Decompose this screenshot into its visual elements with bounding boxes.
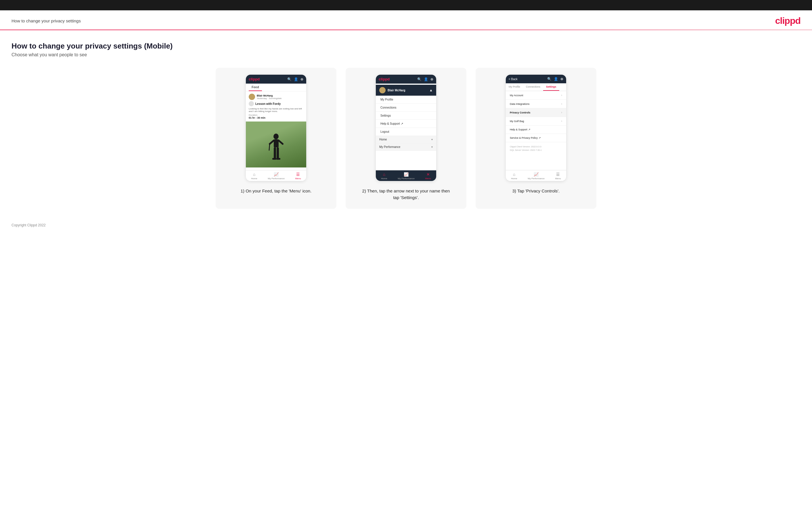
p2-bottom-nav: ⌂ Home 📈 My Performance ✕ Menu (376, 170, 436, 181)
p1-bottom-nav: ⌂ Home 📈 My Performance ☰ Menu (246, 170, 306, 181)
p2-nav-icons: 🔍 👤 ⊕ (417, 77, 433, 81)
menu-label: Menu (555, 177, 561, 180)
settings-list: My Account › Data Integrations › Privacy… (506, 91, 566, 142)
feed-tab: Feed (249, 83, 262, 91)
menu-item-myprofile[interactable]: My Profile (376, 96, 436, 104)
step-1-description: 1) On your Feed, tap the 'Menu' icon. (241, 188, 312, 194)
setting-privacycontrols[interactable]: Privacy Controls › (506, 108, 566, 117)
p3-tabs: My Profile Connections Settings (506, 83, 566, 91)
step-2-phone: clippd 🔍 👤 ⊕ Blair McHarg (376, 75, 436, 181)
p2-username: Blair McHarg (388, 89, 405, 92)
menu-item-logout[interactable]: Logout (376, 128, 436, 136)
step-2-card: clippd 🔍 👤 ⊕ Blair McHarg (346, 68, 466, 209)
svg-line-4 (269, 144, 270, 150)
setting-serviceprivacy[interactable]: Service & Privacy Policy ↗ (506, 134, 566, 142)
p1-navbar: clippd 🔍 👤 ⊕ (246, 75, 306, 83)
p1-location: Yesterday · Sunningdale (257, 97, 282, 100)
p3-nav-home: ⌂ Home (511, 172, 517, 180)
p2-nav-home: ⌂ Home (381, 172, 387, 180)
p1-nav-menu[interactable]: ☰ Menu (295, 172, 301, 180)
chevron-down-icon-2: ▾ (431, 145, 433, 149)
p1-nav-performance: 📈 My Performance (268, 172, 285, 180)
header: How to change your privacy settings clip… (0, 10, 812, 30)
p2-nav-performance: 📈 My Performance (398, 172, 415, 180)
p2-nav-close[interactable]: ✕ Menu (425, 172, 431, 180)
p3-bottom-nav: ⌂ Home 📈 My Performance ☰ Menu (506, 170, 566, 181)
step-1-card: clippd 🔍 👤 ⊕ Feed Blair M (216, 68, 337, 209)
svg-line-3 (278, 140, 283, 144)
setting-mygolfbag[interactable]: My Golf Bag › (506, 117, 566, 125)
p1-post: Blair McHarg Yesterday · Sunningdale Les… (246, 91, 306, 121)
dataintegrations-label: Data Integrations (510, 103, 529, 105)
menu-item-connections[interactable]: Connections (376, 104, 436, 112)
back-button[interactable]: < Back (509, 77, 517, 81)
p1-lesson-title: Lesson with Fordy (255, 102, 281, 105)
menu-item-helpsupport[interactable]: Help & Support ↗ (376, 120, 436, 128)
svg-rect-6 (276, 147, 279, 159)
home-section-label: Home (379, 138, 387, 141)
step-3-phone: < Back 🔍 👤 ⊕ My Profile Connections Sett… (506, 75, 566, 181)
menu-label: Menu (295, 177, 301, 180)
search-icon: 🔍 (417, 77, 421, 81)
svg-point-0 (273, 133, 278, 139)
step-3-description: 3) Tap 'Privacy Controls'. (512, 188, 560, 194)
chevron-right-icon-3: › (561, 111, 562, 114)
chevron-down-icon: ▾ (431, 138, 433, 141)
setting-myaccount[interactable]: My Account › (506, 91, 566, 100)
setting-helpsupport[interactable]: Help & Support ↗ (506, 125, 566, 134)
svg-rect-8 (276, 158, 281, 160)
step-2-description: 2) Then, tap the arrow next to your name… (360, 188, 452, 201)
helpsupport-label: Help & Support ↗ (510, 128, 530, 131)
p2-navbar: clippd 🔍 👤 ⊕ (376, 75, 436, 83)
setting-dataintegrations[interactable]: Data Integrations › (506, 100, 566, 108)
p3-nav-icons: 🔍 👤 ⊕ (547, 77, 563, 81)
p2-dropdown-menu: Blair McHarg ▲ My Profile Connections Se… (376, 85, 436, 151)
performance-section-label: My Performance (379, 145, 400, 149)
performance-label: My Performance (268, 177, 285, 180)
home-label: Home (251, 177, 257, 180)
p1-duration-label: Duration (249, 114, 303, 116)
p1-duration-val: 01 hr : 30 min (249, 116, 303, 119)
performance-label: My Performance (398, 177, 415, 180)
serviceprivacy-label: Service & Privacy Policy ↗ (510, 136, 541, 139)
search-icon: 🔍 (547, 77, 552, 81)
top-bar (0, 0, 812, 10)
p1-nav-home: ⌂ Home (251, 172, 257, 180)
menu-label: Menu (425, 177, 431, 180)
p1-logo: clippd (249, 77, 260, 81)
menu-section-home[interactable]: Home ▾ (376, 136, 436, 143)
p3-nav-menu[interactable]: ☰ Menu (555, 172, 561, 180)
chevron-right-icon-4: › (561, 119, 562, 123)
profile-icon: 👤 (294, 77, 298, 81)
p2-user-row[interactable]: Blair McHarg ▲ (376, 85, 436, 96)
logo: clippd (775, 15, 801, 26)
page-heading: How to change your privacy settings (Mob… (11, 42, 801, 51)
menu-item-settings[interactable]: Settings (376, 112, 436, 120)
p1-username: Blair McHarg (257, 94, 282, 97)
tab-connections[interactable]: Connections (523, 83, 543, 91)
menu-section-performance[interactable]: My Performance ▾ (376, 143, 436, 151)
home-icon: ⌂ (513, 172, 515, 177)
home-label: Home (511, 177, 517, 180)
tab-myprofile[interactable]: My Profile (506, 83, 523, 91)
version-client: Clippd Client Version: 2022.8.3-3 (510, 145, 562, 149)
tab-settings[interactable]: Settings (543, 83, 559, 91)
svg-rect-5 (274, 147, 276, 159)
myaccount-label: My Account (510, 94, 523, 97)
header-title: How to change your privacy settings (11, 18, 81, 23)
steps-container: clippd 🔍 👤 ⊕ Feed Blair M (11, 68, 801, 209)
home-icon: ⌂ (383, 172, 385, 177)
svg-line-2 (270, 140, 274, 144)
page-subtitle: Choose what you want people to see (11, 52, 801, 57)
version-info: Clippd Client Version: 2022.8.3-3 GQL Se… (506, 142, 566, 155)
step-3-card: < Back 🔍 👤 ⊕ My Profile Connections Sett… (475, 68, 596, 209)
home-label: Home (381, 177, 387, 180)
menu-icon: ☰ (556, 172, 560, 177)
main-content: How to change your privacy settings (Mob… (0, 30, 812, 217)
version-server: GQL Server Version: 2022.7.30-1 (510, 149, 562, 152)
menu-icon: ☰ (296, 172, 300, 177)
performance-icon: 📈 (274, 172, 278, 177)
chevron-up-icon: ▲ (429, 88, 433, 92)
performance-icon: 📈 (404, 172, 409, 177)
settings-icon: ⊕ (430, 77, 433, 81)
